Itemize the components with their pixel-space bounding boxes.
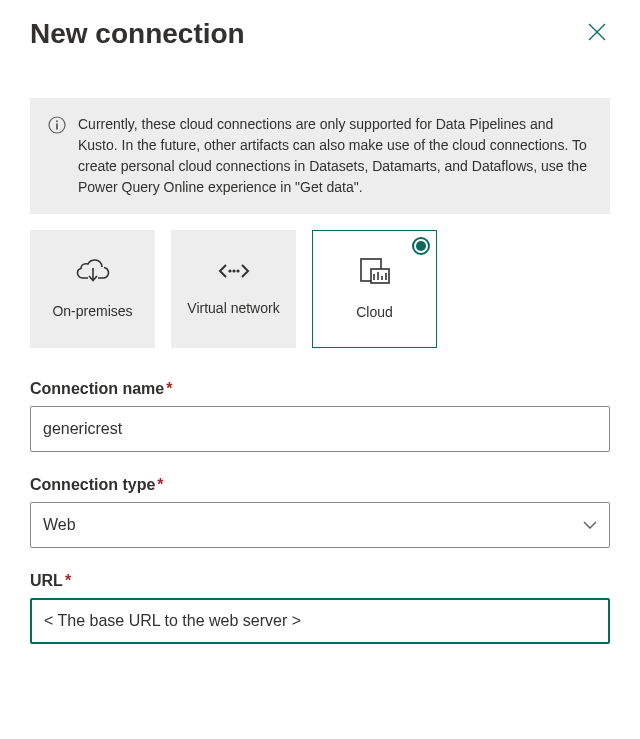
field-label-text: URL <box>30 572 63 589</box>
tile-on-premises[interactable]: On-premises <box>30 230 155 348</box>
field-label-text: Connection type <box>30 476 155 493</box>
connection-type-label: Connection type* <box>30 476 610 494</box>
close-button[interactable] <box>584 19 610 49</box>
tile-virtual-network[interactable]: Virtual network <box>171 230 296 348</box>
svg-point-6 <box>228 269 231 272</box>
field-label-text: Connection name <box>30 380 164 397</box>
url-label: URL* <box>30 572 610 590</box>
connection-type-select[interactable]: Web <box>30 502 610 548</box>
chevron-down-icon <box>583 516 597 534</box>
fabric-icon <box>359 257 391 289</box>
tile-label: On-premises <box>52 302 132 320</box>
info-icon <box>48 116 66 198</box>
url-input[interactable] <box>30 598 610 644</box>
tile-label: Virtual network <box>187 299 279 317</box>
required-asterisk: * <box>65 572 71 589</box>
cloud-download-icon <box>76 258 110 288</box>
svg-point-3 <box>56 120 58 122</box>
connection-name-input[interactable] <box>30 406 610 452</box>
svg-rect-4 <box>56 124 58 130</box>
required-asterisk: * <box>166 380 172 397</box>
info-banner: Currently, these cloud connections are o… <box>30 98 610 214</box>
select-value: Web <box>43 516 76 534</box>
tile-cloud[interactable]: Cloud <box>312 230 437 348</box>
required-asterisk: * <box>157 476 163 493</box>
selected-radio-icon <box>412 237 430 255</box>
info-text: Currently, these cloud connections are o… <box>78 114 592 198</box>
svg-point-8 <box>236 269 239 272</box>
network-icon <box>217 261 251 285</box>
svg-point-7 <box>232 269 235 272</box>
panel-header: New connection <box>30 18 610 50</box>
connection-name-label: Connection name* <box>30 380 610 398</box>
connection-kind-tiles: On-premises Virtual network <box>30 230 610 348</box>
tile-label: Cloud <box>356 303 393 321</box>
new-connection-panel: New connection Currently, these cloud co… <box>0 0 640 698</box>
page-title: New connection <box>30 18 245 50</box>
close-icon <box>588 23 606 41</box>
